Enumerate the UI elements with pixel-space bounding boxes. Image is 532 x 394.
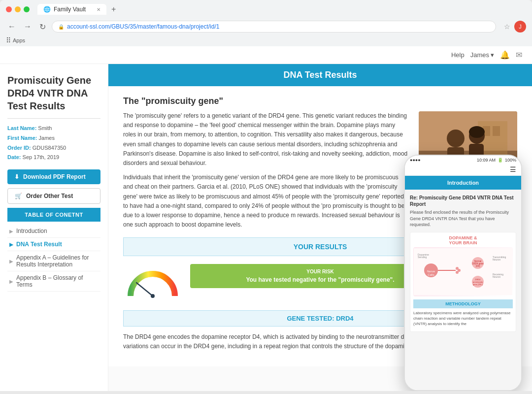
svg-point-5 xyxy=(447,130,465,147)
phone-mockup: ●●●● 10:09 AM 🔋 100% ☰ Introduction xyxy=(404,155,522,391)
svg-point-19 xyxy=(456,271,459,274)
cart-icon: 🛒 xyxy=(15,193,22,199)
phone-section-header: Introduction xyxy=(405,176,521,190)
minimize-dot[interactable] xyxy=(15,6,21,12)
phone-dopamine-title: DOPAMINE &YOUR BRAIN xyxy=(413,235,513,245)
phone-content: Re: Promiscuity Gene DRD4 VNTR DNA Test … xyxy=(405,190,521,390)
download-pdf-button[interactable]: ⬇ Download PDF Report xyxy=(7,169,100,184)
toc-arrow-appendix-b: ▶ xyxy=(9,279,13,284)
svg-text:Cells: Cells xyxy=(428,273,434,276)
toc-header: TABLE OF CONETNT xyxy=(7,208,100,222)
gauge-container xyxy=(123,264,182,300)
toc-item-dna-test-result[interactable]: ▶ DNA Test Result xyxy=(7,238,100,251)
order-id-value: GDUS847350 xyxy=(33,145,66,151)
phone-battery-icon: 🔋 xyxy=(498,158,503,163)
mail-icon[interactable]: ✉ xyxy=(516,50,522,60)
order-id-label: Order ID: xyxy=(7,145,31,151)
first-name-value: James xyxy=(39,135,55,141)
address-bar-row: ← → ↻ 🔒 account-ssl.com/GBUS/35/master/f… xyxy=(0,19,532,35)
apps-grid-icon: ⠿ xyxy=(6,36,11,44)
order-other-test-button[interactable]: 🛒 Order Other Test xyxy=(7,188,100,204)
browser-window: 🌐 Family Vault ✕ + ← → ↻ 🔒 account-ssl.c… xyxy=(0,0,532,46)
phone-battery-level: 100% xyxy=(505,158,516,163)
svg-text:(4R): (4R) xyxy=(476,265,480,267)
order-btn-label: Order Other Test xyxy=(26,193,73,199)
svg-text:Neuron: Neuron xyxy=(493,275,501,278)
toc-arrow-introduction: ▶ xyxy=(9,229,13,234)
toc-label-dna: DNA Test Result xyxy=(16,241,62,248)
phone-methodology-bar: METHODOLOGY xyxy=(413,299,513,308)
user-menu[interactable]: James ▾ xyxy=(470,51,494,59)
svg-point-9 xyxy=(469,126,485,138)
url-bar[interactable]: 🔒 account-ssl.com/GBUS/35/master/famous-… xyxy=(52,21,496,33)
last-name-value: Smith xyxy=(38,125,52,131)
promiscuity-text-1: The 'promiscuity gene' refers to a genet… xyxy=(123,111,409,168)
phone-nav-bar: ☰ xyxy=(405,164,521,176)
toc-item-appendix-b[interactable]: ▶ Appendix B – Glossary of Terms xyxy=(7,271,100,292)
forward-button[interactable]: → xyxy=(22,21,33,32)
lock-icon: 🔒 xyxy=(58,24,64,30)
sidebar: Promiscuity Gene DRD4 VNTR DNA Test Resu… xyxy=(0,64,108,391)
first-name-label: First Name: xyxy=(7,135,37,141)
download-btn-label: Download PDF Report xyxy=(23,173,86,180)
svg-text:Nerve: Nerve xyxy=(427,270,435,273)
sidebar-report-title: Promiscuity Gene DRD4 VNTR DNA Test Resu… xyxy=(7,74,100,112)
svg-rect-4 xyxy=(493,126,500,136)
sidebar-divider xyxy=(7,118,100,119)
svg-text:gene (7R+): gene (7R+) xyxy=(473,283,483,286)
toc-item-introduction[interactable]: ▶ Introduction xyxy=(7,225,100,238)
phone-report-subtitle: Re: Promiscuity Gene DRD4 VNTR DNA Test … xyxy=(410,195,516,207)
username-label: James xyxy=(470,51,489,59)
svg-point-11 xyxy=(151,294,155,298)
user-chevron-icon: ▾ xyxy=(491,51,494,59)
phone-status-bar: ●●●● 10:09 AM 🔋 100% xyxy=(405,156,521,164)
phone-screen: ●●●● 10:09 AM 🔋 100% ☰ Introduction xyxy=(405,156,521,390)
svg-line-10 xyxy=(136,283,153,296)
apps-label: Apps xyxy=(13,37,25,43)
toc-label-appendix-a: Appendix A – Guidelines for Results Inte… xyxy=(16,254,99,268)
toc-label-appendix-b: Appendix B – Glossary of Terms xyxy=(16,274,99,288)
tab-favicon: 🌐 xyxy=(43,6,51,13)
promiscuity-text-2: Individuals that inherit the 'promiscuit… xyxy=(123,173,409,230)
app-window: Help James ▾ 🔔 ✉ Promiscuity Gene DRD4 V… xyxy=(0,46,532,391)
risk-gauge-svg xyxy=(126,264,180,298)
new-tab-button[interactable]: + xyxy=(111,5,116,14)
help-link[interactable]: Help xyxy=(451,51,465,59)
content-header-bar: DNA Test Results xyxy=(108,64,532,86)
browser-titlebar: 🌐 Family Vault ✕ + xyxy=(0,0,532,19)
maximize-dot[interactable] xyxy=(24,6,30,12)
phone-dopamine-section: DOPAMINE &YOUR BRAIN Nerve Cells xyxy=(410,232,516,332)
svg-text:Sending: Sending xyxy=(418,256,427,259)
content-area: Promiscuity Gene DRD4 VNTR DNA Test Resu… xyxy=(0,64,532,391)
phone-neuron-diagram: Nerve Cells xyxy=(413,247,513,296)
notification-bell-icon[interactable]: 🔔 xyxy=(500,50,510,60)
phone-time: 10:09 AM xyxy=(477,158,496,163)
promiscuity-gene-title: The "promiscuity gene" xyxy=(123,96,517,106)
phone-report-desc: Please find enclosed the results of the … xyxy=(410,209,516,228)
phone-signal-icon: ●●●● xyxy=(410,158,421,163)
refresh-button[interactable]: ↻ xyxy=(37,21,48,33)
neuron-svg: Nerve Cells xyxy=(414,248,512,295)
profile-avatar[interactable]: J xyxy=(514,21,526,33)
svg-text:Neuron: Neuron xyxy=(493,258,501,261)
main-content-area: DNA Test Results The "promiscuity gene" … xyxy=(108,64,532,391)
browser-tab[interactable]: 🌐 Family Vault ✕ xyxy=(37,4,106,15)
date-value: Sep 17th, 2019 xyxy=(23,154,60,160)
download-icon: ⬇ xyxy=(14,173,19,180)
url-text: account-ssl.com/GBUS/35/master/famous-dn… xyxy=(67,23,219,30)
back-button[interactable]: ← xyxy=(6,21,18,32)
toc-item-appendix-a[interactable]: ▶ Appendix A – Guidelines for Results In… xyxy=(7,251,100,271)
sidebar-meta-info: Last Name: Smith First Name: James Order… xyxy=(7,124,100,163)
phone-methodology-text: Laboratory specimens were analyzed using… xyxy=(413,308,513,329)
toc-label-introduction: Introduction xyxy=(16,228,47,234)
bookmark-icon[interactable]: ☆ xyxy=(504,23,510,31)
toc-arrow-dna: ▶ xyxy=(9,242,13,247)
close-dot[interactable] xyxy=(6,6,12,12)
toc-arrow-appendix-a: ▶ xyxy=(9,259,13,264)
last-name-label: Last Name: xyxy=(7,125,36,131)
bookmarks-bar: ⠿ Apps xyxy=(0,35,532,46)
tab-title: Family Vault xyxy=(54,6,86,13)
tab-close-button[interactable]: ✕ xyxy=(97,7,100,12)
phone-menu-icon[interactable]: ☰ xyxy=(510,165,516,173)
article-text-column: The 'promiscuity gene' refers to a genet… xyxy=(123,111,409,230)
